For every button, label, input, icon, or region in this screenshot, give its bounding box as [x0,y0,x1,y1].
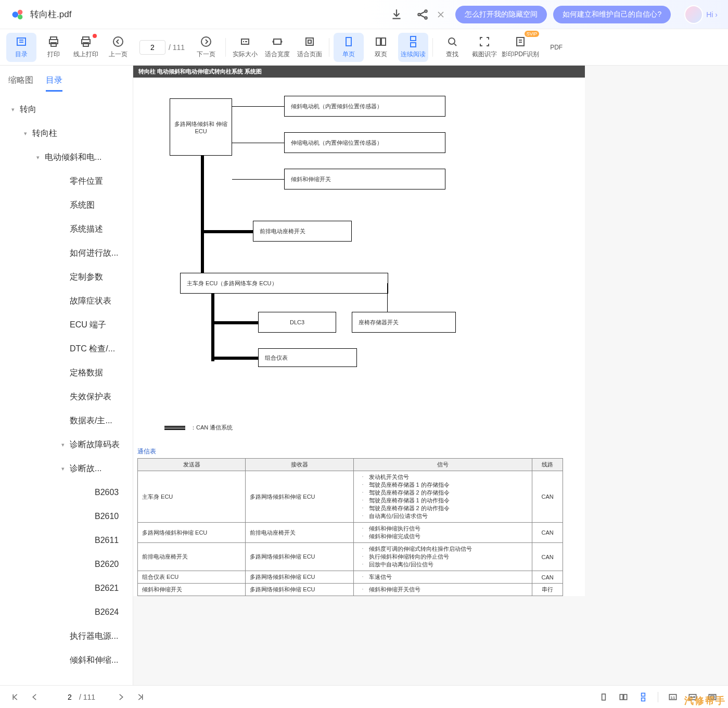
snip-icon [478,35,491,48]
outline-item[interactable]: B2624 [3,600,133,624]
bottom-page-input[interactable] [60,693,79,701]
diagram-legend: ：CAN 通信系统 [164,424,233,432]
outline-item[interactable]: 执行器电源... [3,624,133,648]
table-row: 主车身 ECU多路网络倾斜和伸缩 ECU·发动机开关信号·驾驶员座椅存储器 1 … [138,471,563,523]
outline-item[interactable]: B2611 [3,528,133,552]
filename: 转向柱.pdf [30,8,71,20]
outline-item[interactable]: 定格数据 [3,361,133,385]
tool-outline[interactable]: 目录 [6,33,36,62]
box-tilt-switch: 倾斜和伸缩开关 [284,169,445,189]
fit-page-icon [303,35,316,48]
outline-label: 零件位置 [70,176,103,187]
outline-item[interactable]: ▾转向 [3,97,133,121]
page-indicator: / 111 [139,40,185,55]
outline-item[interactable]: 失效保护表 [3,385,133,409]
outline-label: DTC 检查/... [70,344,115,355]
outline-item[interactable]: ▾电动倾斜和电... [3,145,133,169]
table-row: 多路网络倾斜和伸缩 ECU前排电动座椅开关·倾斜和伸缩执行信号·倾斜和伸缩完成信… [138,523,563,543]
tool-prev-page[interactable]: 上一页 [103,33,133,62]
outline-item[interactable]: 倾斜和伸缩... [3,648,133,672]
tool-pdf-ocr[interactable]: SVIP影印PDF识别 [502,33,539,62]
box-tele-motor: 伸缩电动机（内置伸缩位置传感器） [284,132,445,153]
tool-print[interactable]: 打印 [39,33,69,62]
chevron-down-icon[interactable]: ▾ [58,441,68,448]
outline-tree[interactable]: ▾转向▾转向柱▾电动倾斜和电...零件位置系统图系统描述如何进行故...定制参数… [0,92,133,685]
outline-item[interactable]: 系统图 [3,193,133,217]
outline-item[interactable]: B2621 [3,576,133,600]
suggestion-pill-2[interactable]: 如何建立和维护自己的自信心? [553,6,671,23]
box-main-ecu: 主车身 ECU（多路网络车身 ECU） [180,273,388,294]
tool-fit-page[interactable]: 适合页面 [295,33,325,62]
system-diagram: 多路网络倾斜和 伸缩 ECU 倾斜电动机（内置倾斜位置传感器） 伸缩电动机（内置… [133,78,585,442]
main-area: 缩略图 目录 ▾转向▾转向柱▾电动倾斜和电...零件位置系统图系统描述如何进行故… [0,66,728,685]
chevron-down-icon[interactable]: ▾ [33,154,43,161]
first-page-icon[interactable] [10,692,20,702]
svg-rect-19 [376,38,380,45]
chevron-down-icon[interactable]: ▾ [21,130,30,137]
outline-item[interactable]: 系统描述 [3,217,133,241]
tool-next-page[interactable]: 下一页 [191,33,221,62]
svg-point-4 [425,10,427,12]
avatar-badge[interactable]: Hi › [684,5,718,24]
pdf-page: 转向柱 电动倾斜和电动伸缩式转向柱系统 系统图 多路网络倾斜和 伸缩 ECU 倾… [133,66,585,596]
outline-label: 倾斜和伸缩... [70,655,118,666]
tool-single-page[interactable]: 单页 [334,33,364,62]
zoom-11-icon[interactable]: 1:1 [668,692,678,702]
prev-icon[interactable] [30,692,40,702]
table-row: 倾斜和伸缩开关多路网络倾斜和伸缩 ECU·倾斜和伸缩开关信号串行 [138,584,563,596]
tool-search[interactable]: 查找 [437,33,467,62]
next-icon[interactable] [116,692,125,702]
box-dlc3: DLC3 [258,312,336,333]
chevron-down-icon[interactable]: ▾ [8,106,18,113]
outline-item[interactable]: 数据表/主... [3,409,133,433]
svg-rect-17 [306,38,313,45]
page-number-input[interactable] [139,40,165,55]
outline-label: 系统描述 [70,224,103,235]
box-tilt-motor: 倾斜电动机（内置倾斜位置传感器） [284,96,445,117]
table-header: 信号 [353,459,532,471]
outline-label: 定格数据 [70,368,103,378]
box-tilt-ecu: 多路网络倾斜和 伸缩 ECU [170,98,232,156]
tab-thumbnails[interactable]: 缩略图 [8,71,33,92]
outline-label: B2624 [95,608,119,617]
outline-label: 失效保护表 [70,391,111,402]
outline-item[interactable]: DTC 检查/... [3,337,133,361]
pdf-viewport[interactable]: 转向柱 电动倾斜和电动伸缩式转向柱系统 系统图 多路网络倾斜和 伸缩 ECU 倾… [133,66,728,685]
outline-item[interactable]: B2620 [3,552,133,576]
outline-label: 如何进行故... [70,248,118,259]
view-two-icon[interactable] [618,692,629,702]
outline-item[interactable]: B2610 [3,504,133,528]
tab-outline[interactable]: 目录 [46,71,62,92]
tool-online-print[interactable]: 线上打印 [71,33,101,62]
outline-item[interactable]: 如何进行故... [3,241,133,265]
tool-two-page[interactable]: 双页 [366,33,396,62]
svg-point-1 [18,9,22,14]
chevron-down-icon[interactable]: ▾ [58,465,68,472]
tool-pdf-more[interactable]: PDF [541,33,571,62]
view-single-icon[interactable] [598,692,609,702]
outline-item[interactable]: ▾转向柱 [3,121,133,145]
suggestion-pill-1[interactable]: 怎么打开我的隐藏空间 [455,6,547,23]
download-icon[interactable] [390,8,403,21]
box-seat-mem: 座椅存储器开关 [352,312,456,333]
outline-item[interactable]: 定制参数 [3,265,133,289]
outline-label: B2610 [95,512,119,521]
print-icon [47,35,60,48]
outline-item[interactable]: ▾诊断故... [3,457,133,481]
tool-fit-width[interactable]: 适合宽度 [262,33,292,62]
close-suggestions-icon[interactable] [436,9,446,20]
outline-item[interactable]: 零件位置 [3,169,133,193]
tool-ocr-snip[interactable]: 截图识字 [469,33,500,62]
tool-actual-size[interactable]: 实际大小 [230,33,260,62]
outline-item[interactable]: ▾诊断故障码表 [3,433,133,457]
svg-point-3 [418,13,420,15]
outline-item[interactable]: ECU 端子 [3,313,133,337]
last-page-icon[interactable] [136,692,145,702]
outline-item[interactable]: 故障症状表 [3,289,133,313]
outline-item[interactable]: B2603 [3,481,133,504]
app-logo-icon [10,7,25,22]
next-page-icon [200,35,212,48]
view-continuous-icon[interactable] [638,692,648,702]
share-icon[interactable] [416,8,429,21]
tool-continuous[interactable]: 连续阅读 [398,33,428,62]
